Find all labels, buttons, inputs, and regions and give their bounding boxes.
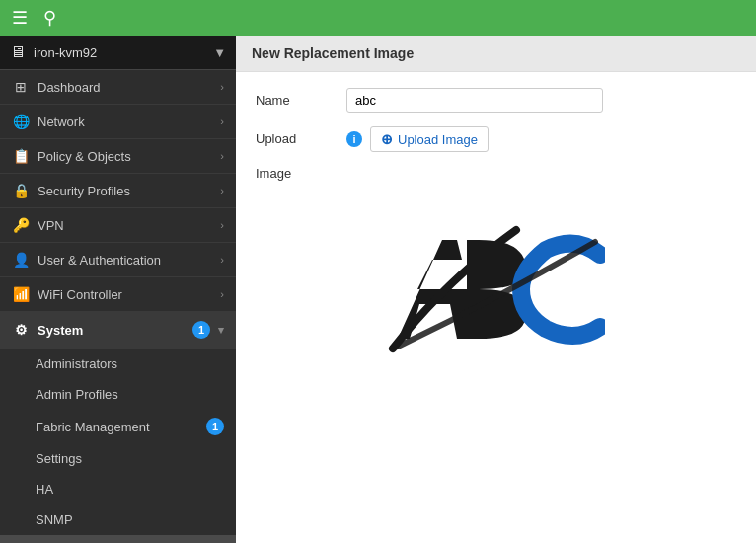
sub-item-administrators[interactable]: Administrators [0,349,236,379]
main-layout: 🖥 iron-kvm92 ▼ ⊞ Dashboard › 🌐 Network ›… [0,36,756,543]
upload-label: Upload [256,126,335,146]
arrow-icon: › [220,254,224,266]
search-icon[interactable]: ⚲ [43,7,56,29]
sub-item-label: SNMP [36,512,224,527]
name-input[interactable] [346,88,603,113]
upload-btn-label: Upload Image [398,132,478,147]
sidebar-item-user-auth[interactable]: 👤 User & Authentication › [0,243,236,277]
sidebar-item-system[interactable]: ⚙ System 1 ▾ [0,312,236,349]
sidebar-item-vpn[interactable]: 🔑 VPN › [0,208,236,243]
content-body: Name Upload i ⊕ Upload Image Image [236,72,756,543]
sub-item-label: Fabric Management [36,420,198,434]
image-row: Image [256,166,736,181]
svg-rect-0 [467,240,479,339]
sidebar-item-label: Policy & Objects [38,149,212,164]
info-icon[interactable]: i [346,131,362,147]
sidebar-item-label: Security Profiles [38,184,212,198]
device-name: iron-kvm92 [34,45,205,60]
upload-row: Upload i ⊕ Upload Image [256,126,736,152]
sidebar-item-dashboard[interactable]: ⊞ Dashboard › [0,70,236,105]
abc-logo-area [256,181,736,378]
sub-item-label: Administrators [36,356,224,371]
sub-item-ha[interactable]: HA [0,474,236,504]
network-icon: 🌐 [12,114,30,129]
sub-item-replacement-messages[interactable]: Replacement Messages ☆ [0,535,236,543]
fabric-badge: 1 [206,418,224,435]
device-icon: 🖥 [10,43,26,61]
policy-icon: 📋 [12,148,30,164]
sub-item-label: Settings [36,451,224,466]
sidebar-item-label: System [38,323,185,338]
security-icon: 🔒 [12,183,30,198]
sub-item-snmp[interactable]: SNMP [0,504,236,535]
sidebar-item-label: VPN [38,218,212,233]
upload-controls: i ⊕ Upload Image [346,126,489,152]
dashboard-icon: ⊞ [12,79,30,95]
sub-item-label: HA [36,482,224,497]
sidebar: 🖥 iron-kvm92 ▼ ⊞ Dashboard › 🌐 Network ›… [0,36,236,543]
sidebar-item-wifi[interactable]: 📶 WiFi Controller › [0,277,236,312]
sub-item-label: Admin Profiles [36,387,224,402]
content-header: New Replacement Image [236,36,756,72]
sidebar-item-policy[interactable]: 📋 Policy & Objects › [0,139,236,174]
sidebar-item-label: Network [38,115,212,129]
name-label: Name [256,88,335,108]
sidebar-item-label: User & Authentication [38,253,212,268]
sidebar-item-security[interactable]: 🔒 Security Profiles › [0,174,236,208]
arrow-icon: › [220,116,224,127]
arrow-icon: › [220,288,224,300]
sub-item-fabric-management[interactable]: Fabric Management 1 [0,410,236,443]
sidebar-item-network[interactable]: 🌐 Network › [0,105,236,139]
arrow-icon: ▾ [218,324,224,337]
vpn-icon: 🔑 [12,217,30,233]
arrow-icon: › [220,219,224,231]
arrow-icon: › [220,150,224,162]
chevron-down-icon[interactable]: ▼ [213,45,226,60]
arrow-icon: › [220,81,224,93]
sidebar-item-label: Dashboard [38,80,212,95]
content-area: New Replacement Image Name Upload i ⊕ Up… [236,36,756,543]
system-badge: 1 [192,321,210,339]
image-label: Image [256,166,335,181]
topbar: ☰ ⚲ [0,0,756,36]
sidebar-item-label: WiFi Controller [38,287,212,302]
menu-icon[interactable]: ☰ [12,7,28,29]
name-row: Name [256,88,736,113]
user-icon: 👤 [12,252,30,268]
abc-logo [388,220,605,358]
device-header: 🖥 iron-kvm92 ▼ [0,36,236,70]
sub-item-settings[interactable]: Settings [0,443,236,474]
sub-item-admin-profiles[interactable]: Admin Profiles [0,379,236,410]
plus-icon: ⊕ [381,131,393,147]
upload-image-button[interactable]: ⊕ Upload Image [370,126,489,152]
page-title: New Replacement Image [252,45,414,61]
system-icon: ⚙ [12,322,30,338]
wifi-icon: 📶 [12,286,30,302]
arrow-icon: › [220,185,224,196]
